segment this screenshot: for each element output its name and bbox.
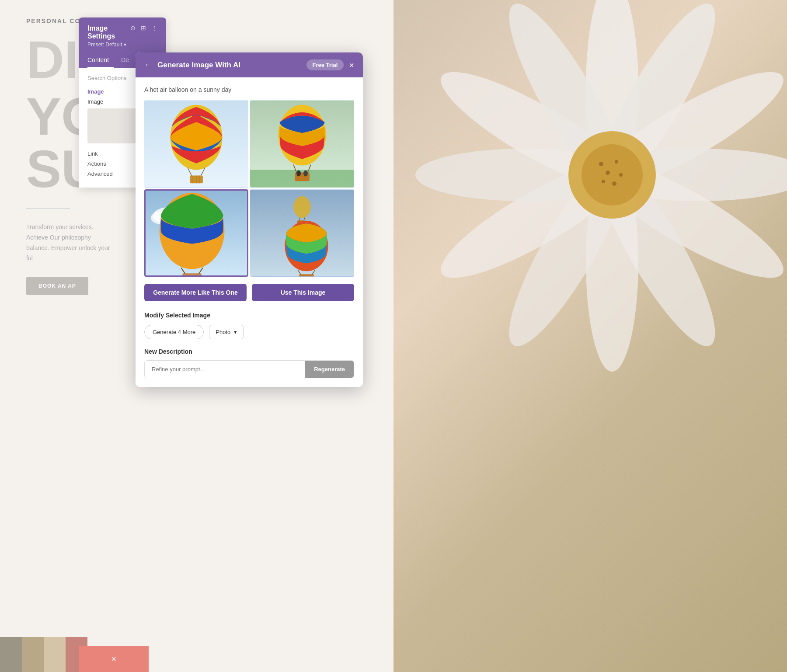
swatch-3 xyxy=(44,637,66,672)
balloon-image-1[interactable] xyxy=(144,100,248,188)
preset-dropdown-arrow[interactable]: ▾ xyxy=(124,42,126,48)
bg-right-image xyxy=(394,0,787,672)
tab-design[interactable]: De xyxy=(121,53,134,68)
use-image-button[interactable]: Use This Image xyxy=(252,284,354,301)
svg-point-36 xyxy=(303,170,308,176)
svg-point-35 xyxy=(296,170,301,176)
ai-modal-header-left: ← Generate Image With AI xyxy=(144,60,240,70)
refine-input-row: Regenerate xyxy=(144,360,354,378)
svg-point-17 xyxy=(619,173,623,177)
photo-style-select[interactable]: Photo ▾ xyxy=(209,325,244,339)
generate-4-button[interactable]: Generate 4 More xyxy=(144,325,204,339)
swatch-1 xyxy=(0,637,22,672)
flower-decoration xyxy=(394,0,787,525)
image-placeholder xyxy=(87,108,140,143)
bg-divider xyxy=(26,208,70,209)
ai-modal-header: ← Generate Image With AI Free Trial × xyxy=(136,52,363,77)
panel-header-left: Image Settings Preset: Default ▾ xyxy=(87,24,130,48)
free-trial-badge[interactable]: Free Trial xyxy=(306,59,344,70)
refine-prompt-input[interactable] xyxy=(145,361,305,378)
new-description-title: New Description xyxy=(144,348,354,355)
bg-body-text: Transform your services. Achieve Our phi… xyxy=(26,222,114,264)
bottom-close-button[interactable]: × xyxy=(79,646,149,672)
panel-preset: Preset: Default ▾ xyxy=(87,42,130,48)
ai-modal: ← Generate Image With AI Free Trial × A … xyxy=(136,52,363,387)
svg-point-18 xyxy=(602,180,605,183)
photo-label: Photo xyxy=(216,329,230,335)
svg-point-14 xyxy=(599,162,603,166)
tab-content[interactable]: Content xyxy=(87,53,114,68)
color-swatches xyxy=(0,637,87,672)
balloon-image-2[interactable] xyxy=(250,100,354,188)
svg-point-46 xyxy=(293,196,311,218)
images-grid xyxy=(144,100,354,277)
panel-header: Image Settings Preset: Default ▾ ⊙ ⊞ ⋮ xyxy=(79,17,166,53)
back-arrow-icon[interactable]: ← xyxy=(144,60,152,70)
svg-rect-53 xyxy=(299,274,314,276)
ai-modal-header-right: Free Trial × xyxy=(306,59,355,70)
ai-modal-body: A hot air balloon on a sunny day xyxy=(136,77,363,387)
close-x-icon: × xyxy=(111,654,116,664)
action-buttons: Generate More Like This One Use This Ima… xyxy=(144,284,354,301)
swatch-2 xyxy=(22,637,44,672)
prompt-text: A hot air balloon on a sunny day xyxy=(144,86,354,93)
modify-controls: Generate 4 More Photo ▾ xyxy=(144,325,354,339)
balloon-image-3[interactable] xyxy=(144,189,248,277)
svg-point-15 xyxy=(615,160,618,164)
bg-book-button[interactable]: BOOK AN AP xyxy=(26,277,88,295)
generate-more-button[interactable]: Generate More Like This One xyxy=(144,284,247,301)
svg-rect-44 xyxy=(182,273,202,276)
personal-coach-label: PERSONAL COACH xyxy=(26,17,367,24)
svg-point-13 xyxy=(582,144,643,205)
more-icon[interactable]: ⋮ xyxy=(151,24,157,31)
svg-point-19 xyxy=(612,181,616,186)
svg-point-16 xyxy=(606,171,610,175)
panel-title: Image Settings xyxy=(87,24,130,40)
bg-right-content xyxy=(394,0,787,672)
photo-dropdown-arrow: ▾ xyxy=(234,329,237,335)
close-modal-button[interactable]: × xyxy=(349,61,354,70)
regenerate-button[interactable]: Regenerate xyxy=(305,361,354,378)
balloon-image-4[interactable] xyxy=(250,189,354,277)
modify-section-title: Modify Selected Image xyxy=(144,312,354,319)
grid-icon[interactable]: ⊞ xyxy=(141,24,146,31)
panel-icons: ⊙ ⊞ ⋮ xyxy=(130,24,157,31)
camera-icon[interactable]: ⊙ xyxy=(130,24,136,31)
ai-modal-title: Generate Image With AI xyxy=(157,61,240,70)
